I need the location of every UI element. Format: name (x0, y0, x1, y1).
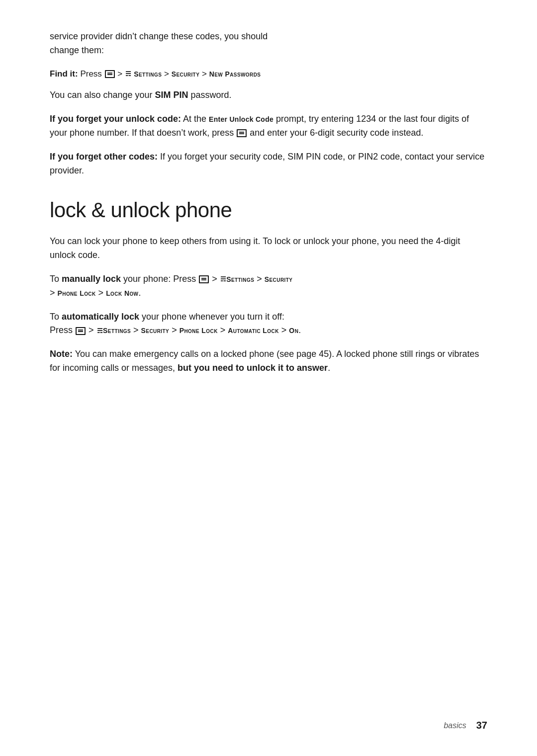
forget-unlock-paragraph: If you forget your unlock code: At the E… (50, 112, 487, 140)
manual-lock-text1: your phone: Press (121, 274, 198, 284)
forget-other-term: If you forget other codes: (50, 152, 158, 162)
lock-intro-paragraph: You can lock your phone to keep others f… (50, 235, 487, 262)
forget-unlock-term: If you forget your unlock code: (50, 114, 181, 124)
menu-icon-3 (199, 275, 209, 283)
manual-lock-settings: Settings (226, 275, 254, 283)
manual-lock-security: Security (265, 275, 293, 283)
find-it-arrow1: > (117, 69, 125, 79)
auto-lock-a2: > (131, 325, 141, 335)
auto-lock-paragraph: To automatically lock your phone wheneve… (50, 310, 487, 338)
auto-lock-auto-lock-label: Automatic Lock (228, 327, 279, 335)
sim-pin-bold: SIM PIN (155, 90, 188, 100)
auto-lock-prefix: To (50, 312, 62, 322)
manual-lock-paragraph: To manually lock your phone: Press > ☴Se… (50, 272, 487, 300)
find-it-arrow3: > (202, 69, 209, 79)
settings-icon-3: ☴ (97, 326, 103, 336)
forget-other-paragraph: If you forget other codes: If you forget… (50, 150, 487, 178)
auto-lock-line2-prefix: Press (50, 325, 75, 335)
footer-page-number: 37 (476, 720, 487, 731)
note-suffix: . (328, 363, 330, 373)
page-content: service provider didn’t change these cod… (0, 0, 537, 425)
auto-lock-on: On (289, 327, 298, 335)
settings-icon-2: ☴ (220, 274, 226, 284)
find-it-press: Press (80, 69, 104, 79)
manual-lock-suffix: . (138, 288, 141, 298)
note-term: Note: (50, 349, 73, 359)
sim-pin-paragraph: You can also change your SIM PIN passwor… (50, 88, 487, 102)
note-bold-end: but you need to unlock it to answer (178, 363, 328, 373)
auto-lock-settings: Settings (103, 327, 131, 335)
find-it-label: Find it: (50, 69, 78, 79)
find-it-settings: Settings (134, 70, 162, 78)
menu-icon (105, 70, 115, 78)
forget-unlock-rest2: and enter your 6-digit security code ins… (247, 128, 423, 138)
lock-intro-text: You can lock your phone to keep others f… (50, 236, 460, 260)
menu-icon-4 (76, 327, 86, 335)
manual-lock-prefix: To (50, 274, 62, 284)
menu-icon-2 (237, 129, 247, 137)
sim-pin-suffix: password. (188, 90, 232, 100)
manual-lock-a2: > (254, 274, 265, 284)
find-it-security: Security (172, 70, 200, 78)
intro-line2: change them: (50, 45, 104, 55)
intro-paragraph: service provider didn’t change these cod… (50, 30, 487, 58)
sim-pin-prefix: You can also change your (50, 90, 155, 100)
auto-lock-a5: > (279, 325, 289, 335)
find-it-new-passwords: New Passwords (209, 70, 261, 78)
intro-line1: service provider didn’t change these cod… (50, 31, 268, 41)
auto-lock-phone-lock: Phone Lock (179, 327, 218, 335)
auto-lock-text1: your phone whenever you turn it off: (139, 312, 284, 322)
footer: basics 37 (0, 720, 537, 731)
manual-lock-a1: > (209, 274, 220, 284)
forget-unlock-text: At the (183, 114, 209, 124)
manual-lock-lock-now: Lock Now (106, 289, 138, 297)
footer-section-label: basics (444, 721, 466, 730)
auto-lock-term: automatically lock (62, 312, 139, 322)
auto-lock-suffix: . (298, 325, 301, 335)
enter-unlock-code-label: Enter Unlock Code (209, 115, 273, 123)
find-it-arrow2: > (164, 69, 172, 79)
auto-lock-a1: > (86, 325, 96, 335)
manual-lock-term: manually lock (62, 274, 121, 284)
auto-lock-a3: > (169, 325, 179, 335)
auto-lock-a4: > (218, 325, 228, 335)
note-paragraph: Note: You can make emergency calls on a … (50, 347, 487, 375)
manual-lock-phone-lock: Phone Lock (58, 289, 96, 297)
section-heading: lock & unlock phone (50, 198, 487, 223)
auto-lock-security: Security (141, 327, 170, 335)
find-it-line: Find it: Press > ☴ Settings > Security >… (50, 68, 487, 81)
settings-icon: ☴ (125, 69, 131, 79)
